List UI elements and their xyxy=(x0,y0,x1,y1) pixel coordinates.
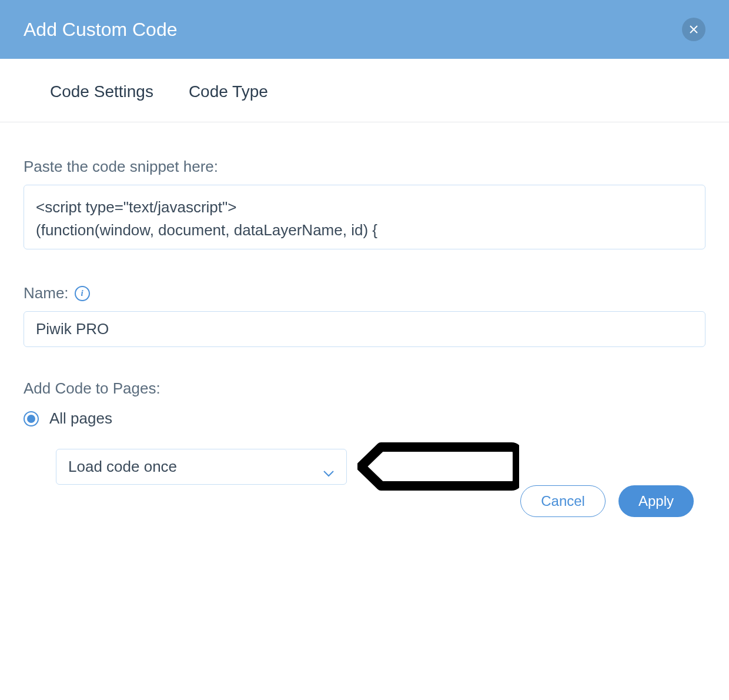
load-code-select-value: Load code once xyxy=(68,458,177,476)
add-to-pages-field: Add Code to Pages: All pages Load code o… xyxy=(24,379,705,491)
code-snippet-input[interactable] xyxy=(24,185,705,249)
radio-all-pages[interactable] xyxy=(24,411,39,426)
load-select-row: Load code once xyxy=(24,442,705,491)
code-snippet-field: Paste the code snippet here: xyxy=(24,158,705,252)
add-to-pages-label: Add Code to Pages: xyxy=(24,379,705,398)
modal-title: Add Custom Code xyxy=(24,19,177,41)
radio-all-pages-row: All pages xyxy=(24,409,705,428)
modal-header: Add Custom Code xyxy=(0,0,729,59)
close-icon xyxy=(689,25,698,34)
cancel-button[interactable]: Cancel xyxy=(520,485,606,517)
name-input[interactable] xyxy=(24,311,705,347)
tab-code-settings[interactable]: Code Settings xyxy=(50,82,153,101)
modal-footer: Cancel Apply xyxy=(520,485,694,517)
apply-button[interactable]: Apply xyxy=(618,485,694,517)
radio-selected-icon xyxy=(27,415,35,423)
name-field: Name: i xyxy=(24,284,705,347)
load-code-select[interactable]: Load code once xyxy=(56,449,347,485)
tab-code-type[interactable]: Code Type xyxy=(189,82,268,101)
info-icon[interactable]: i xyxy=(75,286,90,301)
modal-content: Paste the code snippet here: Name: i Add… xyxy=(0,122,729,546)
chevron-down-icon xyxy=(323,463,335,470)
pointer-annotation xyxy=(357,442,519,491)
close-button[interactable] xyxy=(682,18,705,41)
tabs-bar: Code Settings Code Type xyxy=(0,59,729,122)
radio-all-pages-label: All pages xyxy=(49,409,112,428)
code-snippet-label: Paste the code snippet here: xyxy=(24,158,705,176)
name-label: Name: i xyxy=(24,284,705,302)
name-label-text: Name: xyxy=(24,284,69,302)
arrow-left-icon xyxy=(357,442,519,491)
